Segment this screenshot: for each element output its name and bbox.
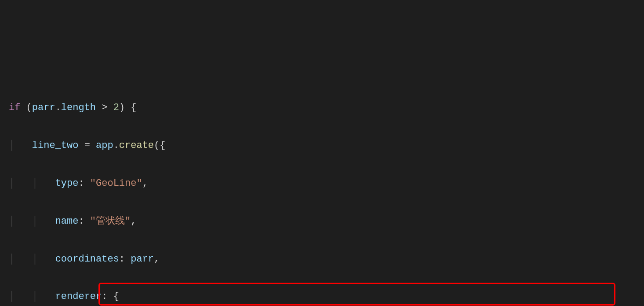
indent-guide: │ │ [9, 174, 55, 193]
punctuation: , [131, 216, 136, 227]
property-key: name [55, 216, 79, 227]
indent-guide: │ [9, 136, 32, 155]
string-literal: "GeoLine" [90, 178, 142, 189]
property-key: coordinates [55, 254, 119, 265]
punctuation: , [142, 178, 148, 189]
variable: parr [131, 254, 154, 265]
punctuation: . [55, 102, 61, 113]
punctuation: : [119, 254, 131, 265]
punctuation: . [113, 140, 119, 151]
property-key: type [55, 178, 79, 189]
code-line[interactable]: │ │ coordinates: parr, [9, 250, 644, 269]
punctuation: ( [20, 102, 32, 113]
code-line[interactable]: if (parr.length > 2) { [9, 99, 644, 118]
indent-guide: │ │ [9, 250, 55, 269]
punctuation: : [102, 291, 113, 302]
punctuation: ) { [119, 102, 137, 113]
indent-guide: │ │ [9, 212, 55, 231]
property-key: renderer [55, 291, 102, 302]
code-line[interactable]: │ │ renderer: { [9, 288, 644, 306]
string-literal: "管状线" [90, 216, 131, 227]
variable: line_two [32, 140, 79, 151]
indent-guide: │ │ [9, 288, 55, 306]
keyword-if: if [9, 102, 20, 113]
code-line[interactable]: │ │ name: "管状线", [9, 212, 644, 231]
operator: = [78, 140, 96, 151]
code-line[interactable]: │ line_two = app.create({ [9, 136, 644, 155]
variable: app [96, 140, 113, 151]
operator: > [96, 102, 113, 113]
punctuation: ({ [154, 140, 165, 151]
property: length [61, 102, 96, 113]
function-call: create [119, 140, 154, 151]
variable: parr [32, 102, 55, 113]
punctuation: { [113, 291, 119, 302]
number-literal: 2 [113, 102, 119, 113]
code-editor[interactable]: if (parr.length > 2) { │ line_two = app.… [9, 80, 644, 306]
punctuation: : [78, 216, 90, 227]
code-line[interactable]: │ │ type: "GeoLine", [9, 174, 644, 193]
punctuation: , [154, 254, 160, 265]
punctuation: : [78, 178, 90, 189]
